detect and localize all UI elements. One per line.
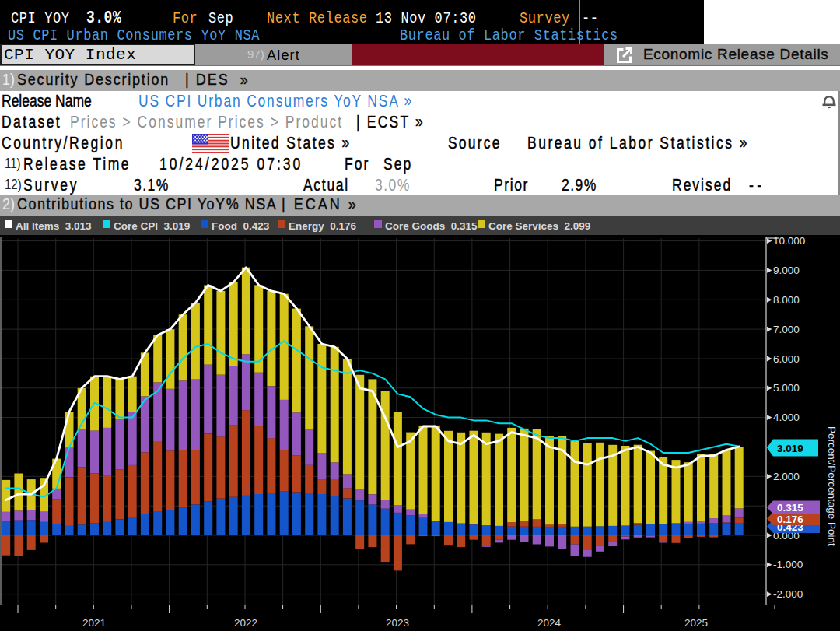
- svg-text:8.000: 8.000: [773, 294, 800, 306]
- svg-text:5.000: 5.000: [773, 382, 800, 394]
- svg-text:2025: 2025: [684, 617, 708, 629]
- svg-text:6.000: 6.000: [773, 353, 800, 365]
- svg-text:2023: 2023: [386, 617, 409, 629]
- svg-text:-1.000: -1.000: [773, 559, 803, 570]
- svg-text:7.000: 7.000: [773, 324, 800, 335]
- svg-text:2021: 2021: [82, 617, 106, 629]
- svg-text:-2.000: -2.000: [773, 588, 803, 600]
- svg-text:0.315: 0.315: [777, 502, 803, 514]
- svg-text:2022: 2022: [234, 617, 257, 629]
- svg-text:2.000: 2.000: [773, 471, 800, 482]
- svg-text:2024: 2024: [537, 617, 562, 629]
- svg-text:3.019: 3.019: [777, 443, 803, 454]
- svg-text:4.000: 4.000: [773, 412, 800, 423]
- svg-text:Percent/Percentage Point: Percent/Percentage Point: [826, 426, 838, 546]
- svg-text:10.000: 10.000: [773, 235, 805, 247]
- svg-text:0.176: 0.176: [777, 514, 803, 525]
- svg-text:9.000: 9.000: [773, 265, 800, 276]
